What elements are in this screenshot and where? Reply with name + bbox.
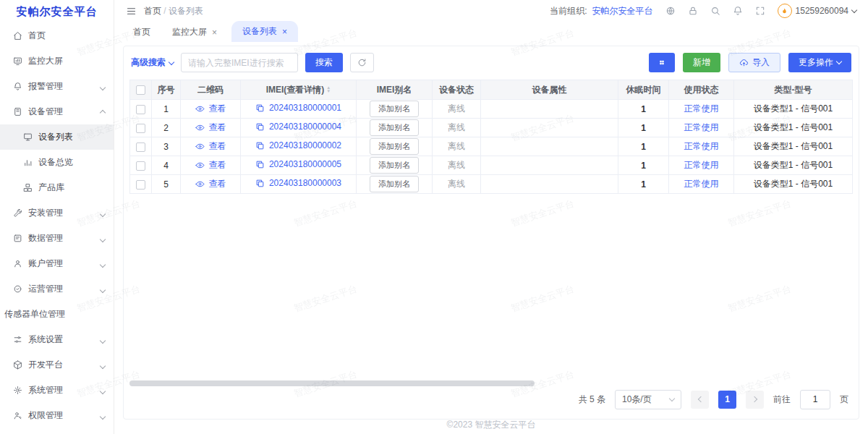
sidebar-item-device-mgmt[interactable]: 设备管理 xyxy=(0,99,114,124)
qrcode-view-link[interactable]: 查看 xyxy=(195,159,226,171)
breadcrumb-home[interactable]: 首页 xyxy=(144,6,161,16)
refresh-button[interactable] xyxy=(350,53,374,72)
cell-usage-status[interactable]: 正常使用 xyxy=(669,175,734,194)
add-alias-button[interactable]: 添加别名 xyxy=(370,101,419,117)
sidebar-item-monitor-screen[interactable]: 监控大屏 xyxy=(0,48,114,74)
tab-home[interactable]: 首页 xyxy=(126,22,158,42)
table-row: 4 查看 202403180000005 添加别名 离线 1 正常使用 设备类型… xyxy=(130,156,853,175)
close-icon[interactable]: × xyxy=(212,28,217,37)
lock-icon[interactable] xyxy=(688,6,698,16)
sidebar-item-label: 安装管理 xyxy=(28,207,63,219)
sidebar-item-label: 系统管理 xyxy=(28,384,63,396)
sidebar-item-system-mgmt[interactable]: 系统管理 xyxy=(0,378,114,403)
header-index: 序号 xyxy=(152,80,181,100)
sidebar-item-permission-mgmt[interactable]: 权限管理 xyxy=(0,403,114,428)
search-button[interactable]: 搜索 xyxy=(305,53,343,72)
sidebar-item-account-mgmt[interactable]: 账户管理 xyxy=(0,251,114,276)
sort-icon[interactable]: ▲▼ xyxy=(326,86,331,93)
scrollbar-thumb[interactable] xyxy=(129,380,535,386)
sidebar-item-home[interactable]: 首页 xyxy=(0,23,114,48)
cell-usage-status[interactable]: 正常使用 xyxy=(669,100,734,119)
table-empty-space xyxy=(129,194,853,380)
tab-device-list[interactable]: 设备列表 × xyxy=(231,21,298,42)
sidebar-menu: 首页 监控大屏 报警管理 设备管理 设备列表 xyxy=(0,23,114,428)
sidebar-item-dev-platform[interactable]: 开发平台 xyxy=(0,352,114,378)
tab-monitor-screen[interactable]: 监控大屏 × xyxy=(165,22,224,42)
globe-icon[interactable] xyxy=(665,6,676,16)
qrcode-view-link[interactable]: 查看 xyxy=(195,103,226,115)
bell-icon[interactable] xyxy=(733,6,743,16)
page-size-select[interactable]: 10条/页 xyxy=(615,390,681,409)
sidebar-item-data-mgmt[interactable]: 数据管理 xyxy=(0,226,114,251)
fullscreen-icon[interactable] xyxy=(755,6,765,16)
sidebar-item-label: 数据管理 xyxy=(28,232,63,244)
select-all-checkbox[interactable] xyxy=(136,85,145,95)
cell-attrs xyxy=(481,175,618,194)
topbar-right: 当前组织: 安帕尔安全平台 15259260094 xyxy=(550,4,856,18)
prev-page-button[interactable] xyxy=(691,391,709,409)
next-page-button[interactable] xyxy=(746,391,764,409)
sidebar-item-label: 开发平台 xyxy=(28,359,63,371)
cell-usage-status[interactable]: 正常使用 xyxy=(669,156,734,175)
add-alias-button[interactable]: 添加别名 xyxy=(370,119,419,136)
toolbar-right: 新增 导入 更多操作 xyxy=(649,53,851,72)
row-checkbox[interactable] xyxy=(136,105,145,114)
more-actions-button[interactable]: 更多操作 xyxy=(788,53,851,72)
copy-icon xyxy=(255,179,265,188)
imei-link[interactable]: 202403180000003 xyxy=(255,178,341,188)
imei-link[interactable]: 202403180000004 xyxy=(255,122,341,132)
sidebar-item-sensor-unit-mgmt[interactable]: 传感器单位管理 xyxy=(0,302,114,327)
qrcode-view-link[interactable]: 查看 xyxy=(195,178,226,190)
row-checkbox[interactable] xyxy=(136,142,145,152)
current-page-button[interactable]: 1 xyxy=(718,391,736,409)
sidebar-item-install-mgmt[interactable]: 安装管理 xyxy=(0,200,114,226)
row-checkbox[interactable] xyxy=(136,180,145,190)
row-checkbox[interactable] xyxy=(136,124,145,133)
collapse-menu-icon[interactable] xyxy=(126,6,137,17)
sidebar-item-system-settings[interactable]: 系统设置 xyxy=(0,327,114,352)
chevron-down-icon xyxy=(101,386,105,396)
cell-usage-status[interactable]: 正常使用 xyxy=(669,119,734,137)
imei-search-input[interactable] xyxy=(181,53,298,72)
user-menu[interactable]: 15259260094 xyxy=(778,4,856,18)
header-sleep: 休眠时间 xyxy=(618,80,669,100)
tab-label: 监控大屏 xyxy=(172,26,207,38)
row-checkbox[interactable] xyxy=(136,161,145,171)
cell-sleep: 1 xyxy=(618,100,669,119)
search-icon[interactable] xyxy=(710,6,720,16)
imei-link[interactable]: 202403180000005 xyxy=(255,159,341,169)
header-alias: IMEI别名 xyxy=(357,80,433,100)
table-row: 5 查看 202403180000003 添加别名 离线 1 正常使用 设备类型… xyxy=(130,175,853,194)
add-alias-button[interactable]: 添加别名 xyxy=(370,176,419,192)
system-icon xyxy=(13,386,22,395)
goto-label: 前往 xyxy=(773,393,791,406)
cloud-upload-icon xyxy=(739,58,749,67)
add-button[interactable]: 新增 xyxy=(683,53,720,72)
sidebar-item-alarm-mgmt[interactable]: 报警管理 xyxy=(0,74,114,99)
cell-usage-status[interactable]: 正常使用 xyxy=(669,137,734,156)
add-alias-button[interactable]: 添加别名 xyxy=(370,138,419,155)
org-name-link[interactable]: 安帕尔安全平台 xyxy=(592,5,653,17)
import-button[interactable]: 导入 xyxy=(728,53,780,72)
close-icon[interactable]: × xyxy=(282,27,287,36)
copy-icon xyxy=(255,160,265,169)
sidebar-item-device-list[interactable]: 设备列表 xyxy=(0,124,114,150)
table-header-row: 序号 二维码 IMEI(查看详情)▲▼ IMEI别名 设备状态 设备属性 休眠时… xyxy=(130,80,853,100)
sidebar-item-product-library[interactable]: 产品库 xyxy=(0,175,114,200)
sidebar-item-device-overview[interactable]: 设备总览 xyxy=(0,150,114,175)
page-unit-label: 页 xyxy=(840,393,848,406)
copy-icon xyxy=(255,141,265,150)
imei-link[interactable]: 202403180000001 xyxy=(255,103,341,113)
column-settings-button[interactable] xyxy=(649,53,675,72)
imei-link[interactable]: 202403180000002 xyxy=(255,140,341,150)
cell-device-status: 离线 xyxy=(433,137,481,156)
sidebar-item-operation-mgmt[interactable]: 运营管理 xyxy=(0,276,114,302)
qrcode-view-link[interactable]: 查看 xyxy=(195,140,226,153)
qrcode-view-link[interactable]: 查看 xyxy=(195,122,226,134)
add-alias-button[interactable]: 添加别名 xyxy=(370,157,419,174)
header-imei[interactable]: IMEI(查看详情)▲▼ xyxy=(241,80,357,100)
breadcrumb-separator: / xyxy=(163,6,166,16)
advanced-search-toggle[interactable]: 高级搜索 xyxy=(131,56,174,69)
goto-page-input[interactable] xyxy=(800,390,830,409)
header-attrs: 设备属性 xyxy=(481,80,618,100)
